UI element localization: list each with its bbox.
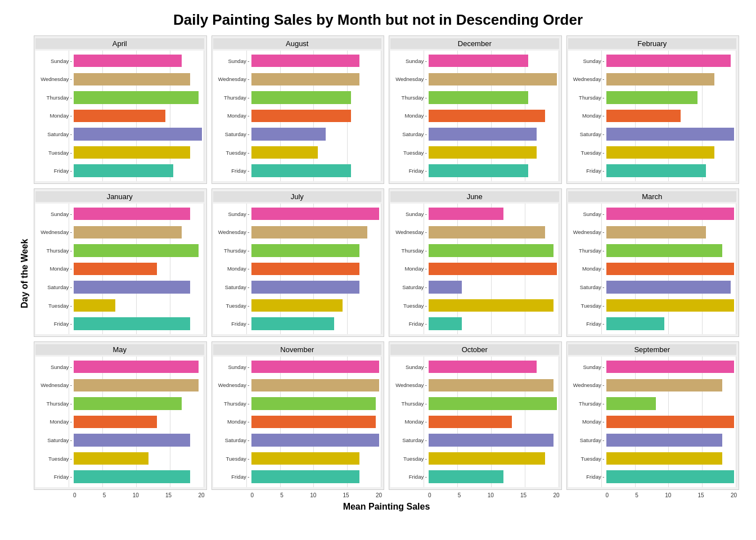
panel-chart: Sunday -Wednesday -Thursday -Monday -Sat… xyxy=(35,51,204,181)
bar-row: Wednesday - xyxy=(213,376,380,394)
bar xyxy=(429,281,462,293)
panel-chart: Sunday -Wednesday -Thursday -Monday -Sat… xyxy=(568,204,737,334)
bar xyxy=(251,434,380,446)
bar-label: Thursday - xyxy=(568,248,606,254)
page: Daily Painting Sales by Month but not in… xyxy=(0,0,756,540)
bar-row: Tuesday - xyxy=(35,449,202,467)
bar xyxy=(606,452,723,465)
bar-label: Monday - xyxy=(35,266,74,272)
bar-row: Sunday - xyxy=(568,358,735,376)
bar xyxy=(74,281,190,293)
panel-chart: Sunday -Wednesday -Thursday -Monday -Sat… xyxy=(390,204,559,334)
bar-label: Friday - xyxy=(35,321,74,327)
bar xyxy=(251,470,359,483)
bar-row: Thursday - xyxy=(568,88,735,106)
bar-row: Wednesday - xyxy=(35,223,202,241)
bar-label: Thursday - xyxy=(35,94,74,101)
bar-row: Tuesday - xyxy=(390,143,557,161)
bar-row: Sunday - xyxy=(213,52,380,70)
bar-row: Saturday - xyxy=(35,431,202,449)
bar-row: Thursday - xyxy=(390,241,557,259)
bar-label: Sunday - xyxy=(213,58,251,64)
bar-row: Saturday - xyxy=(568,431,735,449)
x-tick: 10 xyxy=(133,492,139,498)
x-axis-labels: 05101520051015200510152005101520 xyxy=(34,492,739,498)
x-tick: 10 xyxy=(310,492,316,498)
bar-label: Friday - xyxy=(390,474,429,480)
bar xyxy=(74,226,182,238)
panel-chart: Sunday -Wednesday -Thursday -Monday -Sat… xyxy=(35,204,204,334)
panel-title: April xyxy=(35,38,204,49)
panel-title: February xyxy=(568,38,737,49)
bar xyxy=(429,128,537,140)
bar-label: Wednesday - xyxy=(568,76,606,82)
bar xyxy=(74,434,190,446)
bar xyxy=(429,397,557,410)
bar-label: Saturday - xyxy=(35,131,74,137)
panel-july: JulySunday -Wednesday -Thursday -Monday … xyxy=(212,188,385,337)
bar xyxy=(606,299,735,312)
bar-row: Tuesday - xyxy=(35,296,202,314)
bar-label: Tuesday - xyxy=(390,303,429,309)
bar xyxy=(74,416,157,428)
bar-label: Wednesday - xyxy=(213,229,251,235)
bar xyxy=(74,55,182,67)
panel-title: November xyxy=(213,344,382,355)
bar-row: Sunday - xyxy=(390,205,557,223)
bar-label: Sunday - xyxy=(568,364,606,370)
bar-row: Tuesday - xyxy=(35,143,202,161)
bar-label: Sunday - xyxy=(390,364,429,370)
bar-label: Saturday - xyxy=(213,284,251,290)
bar-label: Monday - xyxy=(390,112,429,119)
panel-chart: Sunday -Wednesday -Thursday -Monday -Sat… xyxy=(390,357,559,487)
bar xyxy=(429,55,528,67)
bar-label: Friday - xyxy=(390,321,429,327)
bar-label: Friday - xyxy=(568,321,606,327)
bar-row: Friday - xyxy=(35,315,202,333)
bar-row: Thursday - xyxy=(35,88,202,106)
bar-label: Monday - xyxy=(213,266,251,272)
bar-label: Saturday - xyxy=(213,437,251,443)
bar-row: Friday - xyxy=(213,468,380,486)
bar-row: Wednesday - xyxy=(390,223,557,241)
bar xyxy=(429,91,528,104)
bar-label: Sunday - xyxy=(213,364,251,370)
bar-row: Wednesday - xyxy=(568,70,735,88)
bar-row: Saturday - xyxy=(213,431,380,449)
x-axis-sub: 05101520 xyxy=(389,492,562,498)
bar xyxy=(429,73,557,86)
bar xyxy=(606,226,706,238)
bar-label: Monday - xyxy=(35,112,74,119)
y-axis-label: Day of the Week xyxy=(17,35,33,512)
bar-row: Sunday - xyxy=(213,358,380,376)
bar-label: Wednesday - xyxy=(213,76,251,82)
bar-row: Friday - xyxy=(568,315,735,333)
bar xyxy=(606,244,723,256)
bar xyxy=(606,379,723,392)
x-tick: 0 xyxy=(251,492,254,498)
bar xyxy=(606,146,714,159)
bar-label: Thursday - xyxy=(213,248,251,254)
bar-row: Thursday - xyxy=(35,394,202,412)
panel-title: September xyxy=(568,344,737,355)
x-tick: 0 xyxy=(73,492,76,498)
bar-label: Saturday - xyxy=(35,284,74,290)
bar xyxy=(74,164,173,177)
bar xyxy=(606,164,706,177)
bar-row: Tuesday - xyxy=(213,296,380,314)
panel-september: SeptemberSunday -Wednesday -Thursday -Mo… xyxy=(566,341,740,490)
bar-row: Friday - xyxy=(35,468,202,486)
bar-label: Sunday - xyxy=(213,211,251,217)
panel-chart: Sunday -Wednesday -Thursday -Monday -Sat… xyxy=(213,51,382,181)
x-tick: 5 xyxy=(635,492,638,498)
bar-label: Sunday - xyxy=(35,211,74,217)
bar xyxy=(429,244,554,256)
x-tick: 20 xyxy=(731,492,737,498)
bar-label: Sunday - xyxy=(390,58,429,64)
bar-label: Sunday - xyxy=(568,211,606,217)
bar xyxy=(74,361,199,373)
panel-october: OctoberSunday -Wednesday -Thursday -Mond… xyxy=(389,341,562,490)
bar-label: Friday - xyxy=(568,474,606,480)
bar xyxy=(606,91,698,104)
bar-row: Saturday - xyxy=(568,278,735,296)
